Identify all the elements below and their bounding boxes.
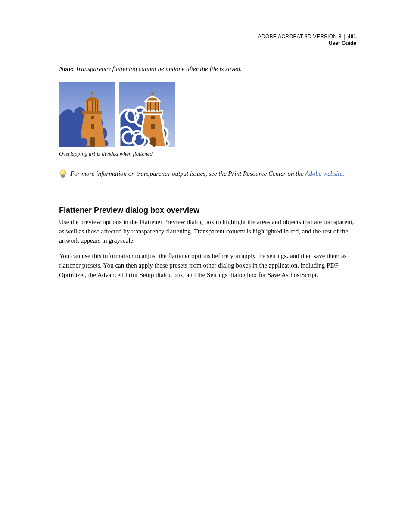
svg-rect-2 <box>91 124 94 129</box>
svg-rect-17 <box>151 124 155 129</box>
figure-panel-left <box>59 82 115 147</box>
figure-panel-right <box>119 82 175 147</box>
tip-text: For more information on transparency out… <box>70 169 344 179</box>
figure-row <box>59 82 356 147</box>
svg-point-26 <box>151 92 154 95</box>
section-para-1: Use the preview options in the Flattener… <box>59 218 356 246</box>
figure-caption: Overlapping art is divided when flattene… <box>59 150 356 157</box>
svg-rect-1 <box>90 137 95 147</box>
tip-row: For more information on transparency out… <box>59 169 356 183</box>
section-heading: Flattener Preview dialog box overview <box>59 206 356 215</box>
adobe-website-link[interactable]: Adobe website <box>305 170 342 177</box>
note-label: Note: <box>59 65 74 72</box>
header-product: ADOBE ACROBAT 3D VERSION 8 <box>258 34 342 40</box>
svg-rect-3 <box>91 116 94 119</box>
svg-rect-4 <box>82 111 102 114</box>
tip-text-before: For more information on transparency out… <box>70 170 305 177</box>
svg-point-11 <box>91 92 93 95</box>
section-para-2: You can use this information to adjust t… <box>59 252 356 280</box>
svg-rect-18 <box>151 116 155 119</box>
page-number: 481 <box>344 34 356 40</box>
lightbulb-icon <box>59 169 67 183</box>
note-paragraph: Note: Transparency flattening cannot be … <box>59 65 356 74</box>
tip-text-after: . <box>342 170 344 177</box>
page-header: ADOBE ACROBAT 3D VERSION 8 481 User Guid… <box>258 34 356 47</box>
header-doc: User Guide <box>329 40 356 46</box>
svg-point-32 <box>62 177 64 178</box>
svg-point-33 <box>61 171 63 173</box>
note-text: Transparency flattening cannot be undone… <box>75 65 242 72</box>
